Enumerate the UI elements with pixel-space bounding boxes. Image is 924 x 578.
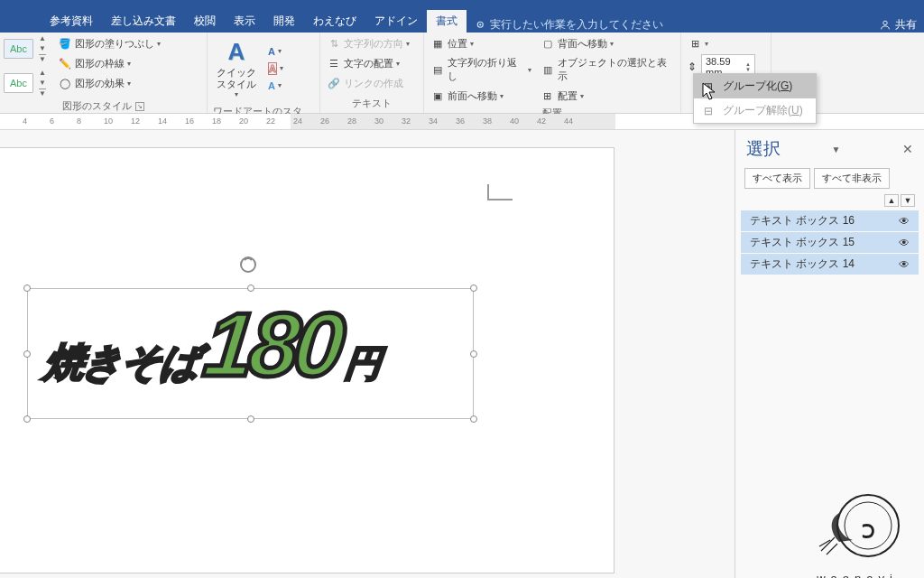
tab-mailings[interactable]: 差し込み文書 xyxy=(102,10,185,33)
ruler-tick: 4 xyxy=(23,117,27,126)
resize-handle[interactable] xyxy=(247,415,254,423)
move-down-button[interactable]: ▼ xyxy=(901,194,915,207)
group-arrange: ▦位置▾ ▤文字列の折り返し▾ ▣前面へ移動▾ ▢背面へ移動▾ ▥オブジェクトの… xyxy=(424,33,681,113)
tell-me-label: 実行したい作業を入力してください xyxy=(490,17,663,33)
visibility-toggle-icon[interactable]: 👁 xyxy=(899,258,910,271)
tab-view[interactable]: 表示 xyxy=(225,10,264,33)
ruler-tick: 44 xyxy=(564,117,573,126)
pane-close-button[interactable]: ✕ xyxy=(902,142,913,156)
resize-handle[interactable] xyxy=(470,284,477,292)
effects-icon: ◯ xyxy=(58,76,72,90)
group-objects-icon: ⊞ xyxy=(701,79,716,94)
paint-bucket-icon: 🪣 xyxy=(58,36,72,51)
menu-item-group[interactable]: ⊞ グループ化(G) xyxy=(694,74,816,98)
ruler-tick: 10 xyxy=(104,117,113,126)
ruler-tick: 32 xyxy=(402,117,411,126)
text-effects-button[interactable]: A▾ xyxy=(265,79,286,93)
ruler-tick: 22 xyxy=(266,117,275,126)
text-direction-icon: ⇅ xyxy=(327,36,341,51)
list-item[interactable]: テキスト ボックス 16👁 xyxy=(741,210,919,231)
resize-handle[interactable] xyxy=(23,284,31,292)
height-icon: ⇕ xyxy=(685,60,699,74)
ruler-tick: 38 xyxy=(483,117,492,126)
list-item[interactable]: テキスト ボックス 15👁 xyxy=(741,232,919,253)
wordart-a-icon: A xyxy=(222,38,251,67)
move-up-button[interactable]: ▲ xyxy=(884,194,899,207)
ruler-tick: 8 xyxy=(77,117,81,126)
text-fill-button[interactable]: A▾ xyxy=(265,44,286,59)
position-button[interactable]: ▦位置▾ xyxy=(428,34,534,52)
align-objects-icon: ⊞ xyxy=(541,89,555,103)
wordart-text-1: 焼きそば xyxy=(42,336,202,389)
wordart-group[interactable]: 焼きそば 180 円 xyxy=(45,306,380,389)
document-canvas[interactable]: 焼きそば 180 円 xyxy=(0,130,735,578)
group-dropdown-menu: ⊞ グループ化(G) ⊟ グループ解除(U) xyxy=(693,73,817,124)
ruler-tick: 34 xyxy=(429,117,438,126)
ribbon: Abc ▲▼▼ Abc ▲▼▼ 🪣図形の塗りつぶし▾ ✏️図形の枠線▾ ◯図形の… xyxy=(0,33,924,114)
shape-style-preset-2[interactable]: Abc xyxy=(4,73,33,93)
send-backward-button[interactable]: ▢背面へ移動▾ xyxy=(538,34,677,52)
tab-format[interactable]: 書式 xyxy=(427,10,467,33)
tab-waenabi[interactable]: わえなび xyxy=(304,10,365,33)
list-item-label: テキスト ボックス 14 xyxy=(750,256,855,272)
link-icon: 🔗 xyxy=(327,76,341,90)
ruler-tick: 36 xyxy=(456,117,465,126)
resize-handle[interactable] xyxy=(470,350,477,358)
show-all-button[interactable]: すべて表示 xyxy=(744,168,810,189)
resize-handle[interactable] xyxy=(247,284,254,292)
bring-forward-icon: ▣ xyxy=(430,89,445,103)
resize-handle[interactable] xyxy=(23,415,31,423)
wrap-text-button[interactable]: ▤文字列の折り返し▾ xyxy=(428,54,534,85)
visibility-toggle-icon[interactable]: 👁 xyxy=(899,215,910,228)
ruler-tick: 42 xyxy=(537,117,546,126)
ruler-tick: 6 xyxy=(50,117,54,126)
quick-styles-button[interactable]: A クイック スタイル▾ xyxy=(211,34,262,103)
share-label: 共有 xyxy=(895,17,917,33)
shape-fill-button[interactable]: 🪣図形の塗りつぶし▾ xyxy=(55,34,163,52)
wordart-text-3: 円 xyxy=(342,339,383,388)
group-dropdown-button[interactable]: ⊞▾ xyxy=(685,34,755,52)
shape-outline-button[interactable]: ✏️図形の枠線▾ xyxy=(55,54,163,72)
svg-point-2 xyxy=(883,21,887,24)
resize-handle[interactable] xyxy=(23,350,31,358)
tab-developer[interactable]: 開発 xyxy=(264,10,304,33)
ruler-tick: 18 xyxy=(212,117,221,126)
rotation-handle-icon[interactable] xyxy=(238,255,258,275)
position-icon: ▦ xyxy=(430,36,445,51)
ungroup-icon: ⊟ xyxy=(701,104,716,118)
visibility-toggle-icon[interactable]: 👁 xyxy=(899,237,910,249)
group-label-shape-styles: 図形のスタイル xyxy=(62,99,132,113)
share-button[interactable]: 共有 xyxy=(872,17,924,33)
text-direction-button: ⇅文字列の方向▾ xyxy=(324,34,412,52)
resize-handle[interactable] xyxy=(470,415,477,423)
shape-style-preset[interactable]: Abc xyxy=(4,39,33,59)
wrap-icon: ▤ xyxy=(430,62,445,77)
bring-forward-button[interactable]: ▣前面へ移動▾ xyxy=(428,87,534,105)
ruler-tick: 26 xyxy=(320,117,329,126)
selection-pane-button[interactable]: ▥オブジェクトの選択と表示 xyxy=(538,54,677,85)
margin-marker-icon xyxy=(487,184,513,200)
wordart-text-2: 180 xyxy=(201,306,344,383)
tab-review[interactable]: 校閲 xyxy=(185,10,225,33)
selection-pane: 選択 ▼ ✕ すべて表示 すべて非表示 ▲ ▼ テキスト ボックス 16👁 テキ… xyxy=(735,130,924,578)
page: 焼きそば 180 円 xyxy=(0,148,614,573)
ruler-tick: 12 xyxy=(131,117,140,126)
ruler-tick: 20 xyxy=(239,117,248,126)
list-item[interactable]: テキスト ボックス 14👁 xyxy=(741,254,919,275)
pencil-outline-icon: ✏️ xyxy=(58,56,72,70)
text-align-button[interactable]: ☰文字の配置▾ xyxy=(324,54,412,72)
text-outline-button[interactable]: A▾ xyxy=(265,61,286,77)
pane-menu-button[interactable]: ▼ xyxy=(832,144,841,154)
watermark-text: waenavi xyxy=(803,572,911,578)
list-item-label: テキスト ボックス 15 xyxy=(750,235,855,250)
watermark-logo: ɔ waenavi xyxy=(803,488,911,578)
align-button[interactable]: ⊞配置▾ xyxy=(538,87,677,105)
ruler-tick: 40 xyxy=(510,117,519,126)
hide-all-button[interactable]: すべて非表示 xyxy=(814,168,890,189)
tab-addin[interactable]: アドイン xyxy=(365,10,427,33)
shape-effects-button[interactable]: ◯図形の効果▾ xyxy=(55,74,163,92)
pane-title-label: 選択 xyxy=(746,137,781,161)
tell-me-search[interactable]: 実行したい作業を入力してください xyxy=(476,17,663,33)
dialog-launcher-icon[interactable]: ↘ xyxy=(135,102,144,111)
tab-references[interactable]: 参考資料 xyxy=(41,10,102,33)
